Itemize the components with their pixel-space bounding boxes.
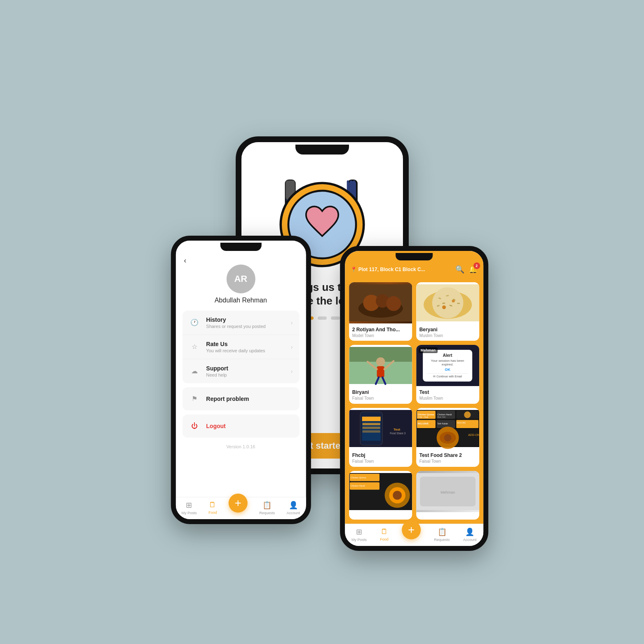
food-card-6[interactable]: Chicken Qorma 2 Rot + Daal Chicken Handi… <box>416 408 479 467</box>
my-posts-label: My Posts <box>181 511 197 515</box>
left-notch-bar <box>176 241 306 253</box>
food-image-2 <box>416 282 479 323</box>
food-card-6-title: Test Food Share 2 <box>419 452 476 458</box>
history-menu-item[interactable]: 🕐 History Shares or request you posted › <box>182 311 299 335</box>
food-card-1[interactable]: 2 Rotiyan And Tho... Model Town <box>349 282 412 341</box>
right-notch <box>396 253 433 260</box>
dot-2 <box>318 316 327 320</box>
svg-point-27 <box>376 357 385 366</box>
menu-section: 🕐 History Shares or request you posted ›… <box>182 311 299 383</box>
rate-chevron: › <box>291 344 293 350</box>
food-card-5-location: Faisal Town <box>352 459 409 464</box>
support-menu-item[interactable]: ☁ Support Need help › <box>182 359 299 383</box>
svg-text:Sehi Kabab: Sehi Kabab <box>437 423 448 425</box>
food-icon: 🗒 <box>209 501 216 509</box>
svg-point-24 <box>452 299 454 302</box>
food-card-8-info <box>416 512 479 520</box>
svg-rect-37 <box>362 423 380 425</box>
right-nav-food[interactable]: 🗒 Food <box>380 527 389 541</box>
account-icon: 👤 <box>289 501 298 510</box>
back-button[interactable]: ‹ <box>184 256 186 265</box>
svg-text:Mehman: Mehman <box>440 490 455 494</box>
logout-title: Logout <box>206 423 293 429</box>
nav-requests[interactable]: 📋 Requests <box>259 501 275 515</box>
support-subtitle: Need help <box>206 372 290 377</box>
food-card-3-title: Biryani <box>352 389 409 395</box>
requests-label: Requests <box>259 511 275 515</box>
alert-box: Alert Your session has been expired. OK … <box>423 350 472 382</box>
location-pin-icon: 📍 <box>351 267 357 272</box>
svg-point-60 <box>444 434 451 441</box>
search-icon[interactable]: 🔍 <box>455 265 464 274</box>
alert-title: Alert <box>427 353 468 358</box>
left-phone: ‹ AR Abdullah Rehman 🕐 History Shares or… <box>171 236 311 524</box>
alert-message: Your session has been expired. <box>427 359 468 366</box>
right-add-fab-button[interactable]: + <box>402 520 421 539</box>
avatar: AR <box>226 265 255 293</box>
history-chevron: › <box>291 319 293 326</box>
food-card-4[interactable]: Mehman Alert Your session has been expir… <box>416 345 479 404</box>
food-card-5-info: Fhcbj Faisal Town <box>349 449 412 467</box>
right-nav-account[interactable]: 👤 Account <box>463 527 477 542</box>
food-card-3[interactable]: Biryani Faisal Town <box>349 345 412 404</box>
rate-title: Rate Us <box>206 341 290 347</box>
food-image-8: Mehman <box>416 471 479 512</box>
rate-us-menu-item[interactable]: ☆ Rate Us You will receive daily updates… <box>182 335 299 359</box>
requests-icon: 📋 <box>262 501 272 510</box>
header-icons: 🔍 🔔 2 <box>455 265 478 274</box>
food-card-1-info: 2 Rotiyan And Tho... Model Town <box>349 323 412 341</box>
svg-rect-38 <box>362 426 380 429</box>
svg-text:Chicken Qorma: Chicken Qorma <box>350 476 365 478</box>
report-section: ⚑ Report problem <box>182 387 299 410</box>
account-label: Account <box>287 511 300 515</box>
right-food-label: Food <box>380 537 389 541</box>
food-image-6: Chicken Qorma 2 Rot + Daal Chicken Handi… <box>416 408 479 449</box>
food-card-7[interactable]: Chicken Qorma Chicken Handi <box>349 471 412 520</box>
notifications-badge-wrap[interactable]: 🔔 2 <box>468 265 478 274</box>
food-label: Food <box>208 511 217 515</box>
logout-item[interactable]: ⏻ Logout <box>182 415 299 438</box>
food-card-4-title: Test <box>419 389 476 395</box>
food-card-2-info: Beryani Muslim Town <box>416 323 479 341</box>
right-food-icon: 🗒 <box>381 527 388 536</box>
svg-rect-36 <box>362 417 380 421</box>
history-title: History <box>206 316 290 323</box>
support-chevron: › <box>291 368 293 375</box>
left-notch <box>220 243 261 251</box>
report-title: Report problem <box>206 396 293 402</box>
svg-text:Test: Test <box>393 427 400 431</box>
food-card-6-location: Faisal Town <box>419 459 476 464</box>
alert-email: ✉ Continue with Email <box>427 373 468 378</box>
right-requests-label: Requests <box>434 538 450 542</box>
food-card-8[interactable]: Mehman <box>416 471 479 520</box>
support-icon: ☁ <box>189 365 200 377</box>
notification-count: 2 <box>473 262 480 269</box>
history-subtitle: Shares or request you posted <box>206 324 290 329</box>
food-grid: 2 Rotiyan And Tho... Model Town <box>345 278 483 524</box>
add-fab-button[interactable]: + <box>229 494 248 513</box>
svg-text:Food Share 3: Food Share 3 <box>390 431 406 434</box>
food-card-4-info: Test Muslim Town <box>416 386 479 404</box>
right-requests-icon: 📋 <box>438 527 447 536</box>
food-card-6-info: Test Food Share 2 Faisal Town <box>416 449 479 467</box>
food-card-2[interactable]: Beryani Muslim Town <box>416 282 479 341</box>
nav-food[interactable]: 🗒 Food <box>208 501 217 515</box>
user-name: Abdullah Rehman <box>215 297 267 304</box>
food-card-1-title: 2 Rotiyan And Tho... <box>352 327 409 333</box>
middle-notch-bar <box>241 142 403 157</box>
rate-subtitle: You will receive daily updates <box>206 348 290 353</box>
food-image-5: Test Food Share 3 <box>349 408 412 449</box>
food-card-1-location: Model Town <box>352 333 409 338</box>
location-label: 📍 Plot 117, Block C1 Block C... <box>351 267 425 272</box>
my-posts-icon: ⊞ <box>186 501 192 510</box>
right-nav-my-posts[interactable]: ⊞ My Posts <box>351 527 367 542</box>
right-account-icon: 👤 <box>465 527 474 536</box>
alert-ok[interactable]: OK <box>427 368 468 372</box>
nav-account[interactable]: 👤 Account <box>287 501 300 515</box>
food-card-5[interactable]: Test Food Share 3 Fhcbj Faisal Town <box>349 408 412 467</box>
svg-point-69 <box>393 491 402 500</box>
report-problem-item[interactable]: ⚑ Report problem <box>182 387 299 410</box>
right-nav-requests[interactable]: 📋 Requests <box>434 527 450 542</box>
svg-text:INCLUSIVE: INCLUSIVE <box>417 423 429 425</box>
nav-my-posts[interactable]: ⊞ My Posts <box>181 501 197 515</box>
